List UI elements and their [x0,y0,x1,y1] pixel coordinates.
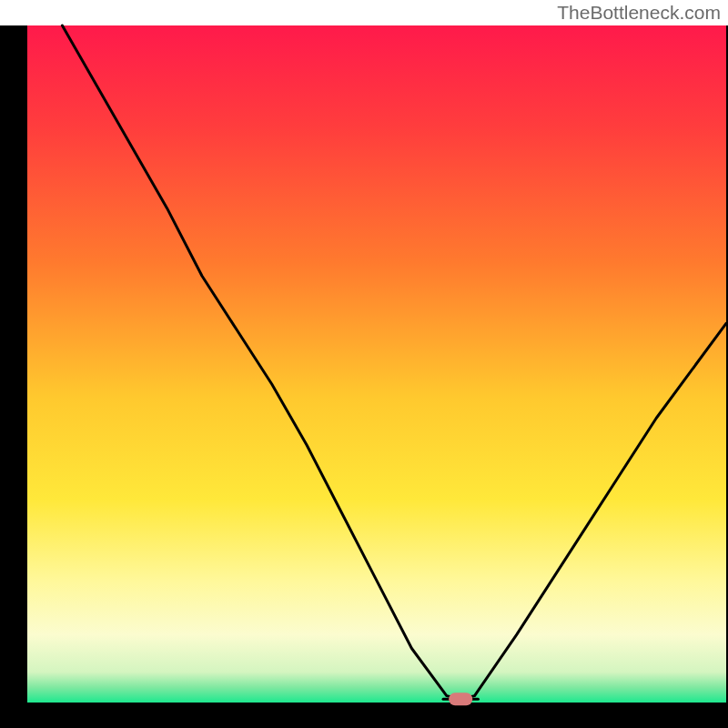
optimal-marker [449,693,472,705]
frame-bottom [0,703,728,728]
frame-left [0,25,27,728]
plot-background [27,25,726,703]
chart-svg [0,0,728,728]
bottleneck-chart: TheBottleneck.com [0,0,728,728]
watermark-text: TheBottleneck.com [557,2,721,24]
